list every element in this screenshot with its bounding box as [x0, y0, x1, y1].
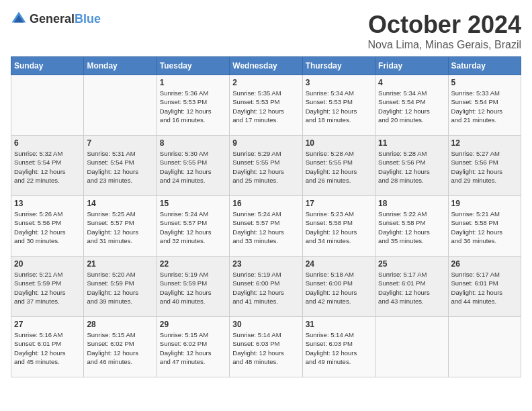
calendar-week-row: 13Sunrise: 5:26 AM Sunset: 5:56 PM Dayli…: [11, 196, 521, 257]
day-of-week-header: Sunday: [11, 57, 84, 75]
day-info: Sunrise: 5:14 AM Sunset: 6:03 PM Dayligh…: [232, 330, 299, 366]
day-number: 4: [378, 78, 445, 87]
calendar-cell: 25Sunrise: 5:17 AM Sunset: 6:01 PM Dayli…: [375, 257, 448, 317]
calendar-cell: 20Sunrise: 5:21 AM Sunset: 5:59 PM Dayli…: [11, 257, 84, 317]
month-title: October 2024: [367, 11, 521, 39]
day-info: Sunrise: 5:35 AM Sunset: 5:53 PM Dayligh…: [232, 89, 299, 124]
calendar-body: 1Sunrise: 5:36 AM Sunset: 5:53 PM Daylig…: [11, 75, 521, 377]
day-number: 15: [160, 199, 226, 208]
day-number: 26: [451, 259, 518, 269]
day-info: Sunrise: 5:15 AM Sunset: 6:02 PM Dayligh…: [160, 330, 226, 366]
page-header: GeneralBlue October 2024 Nova Lima, Mina…: [11, 11, 521, 51]
calendar-cell: 18Sunrise: 5:22 AM Sunset: 5:58 PM Dayli…: [375, 196, 448, 257]
calendar-cell: 28Sunrise: 5:15 AM Sunset: 6:02 PM Dayli…: [84, 317, 157, 377]
day-info: Sunrise: 5:20 AM Sunset: 5:59 PM Dayligh…: [87, 270, 153, 306]
calendar-cell: [448, 317, 521, 377]
calendar-cell: [375, 317, 448, 377]
day-number: 31: [306, 320, 372, 329]
day-info: Sunrise: 5:24 AM Sunset: 5:57 PM Dayligh…: [232, 210, 299, 245]
calendar-cell: 22Sunrise: 5:19 AM Sunset: 5:59 PM Dayli…: [157, 257, 229, 317]
day-number: 25: [378, 259, 445, 269]
calendar-cell: 9Sunrise: 5:29 AM Sunset: 5:55 PM Daylig…: [230, 136, 302, 196]
day-of-week-header: Saturday: [448, 57, 521, 75]
calendar-cell: 6Sunrise: 5:32 AM Sunset: 5:54 PM Daylig…: [11, 136, 84, 196]
calendar-cell: 5Sunrise: 5:33 AM Sunset: 5:54 PM Daylig…: [448, 75, 521, 136]
day-number: 2: [232, 78, 299, 87]
calendar-week-row: 20Sunrise: 5:21 AM Sunset: 5:59 PM Dayli…: [11, 257, 521, 317]
calendar-cell: 21Sunrise: 5:20 AM Sunset: 5:59 PM Dayli…: [84, 257, 157, 317]
day-number: 20: [14, 259, 81, 269]
day-info: Sunrise: 5:34 AM Sunset: 5:54 PM Dayligh…: [378, 89, 445, 124]
calendar-week-row: 27Sunrise: 5:16 AM Sunset: 6:01 PM Dayli…: [11, 317, 521, 377]
day-number: 17: [306, 199, 372, 208]
calendar-cell: 31Sunrise: 5:14 AM Sunset: 6:03 PM Dayli…: [302, 317, 375, 377]
day-info: Sunrise: 5:17 AM Sunset: 6:01 PM Dayligh…: [378, 270, 445, 306]
day-number: 5: [451, 78, 518, 87]
calendar-cell: 2Sunrise: 5:35 AM Sunset: 5:53 PM Daylig…: [230, 75, 302, 136]
day-info: Sunrise: 5:23 AM Sunset: 5:58 PM Dayligh…: [306, 210, 372, 245]
day-number: 12: [451, 138, 518, 148]
calendar-cell: 13Sunrise: 5:26 AM Sunset: 5:56 PM Dayli…: [11, 196, 84, 257]
logo-icon: [11, 11, 27, 27]
calendar-cell: 16Sunrise: 5:24 AM Sunset: 5:57 PM Dayli…: [230, 196, 302, 257]
day-info: Sunrise: 5:16 AM Sunset: 6:01 PM Dayligh…: [14, 330, 81, 366]
calendar-cell: 23Sunrise: 5:19 AM Sunset: 6:00 PM Dayli…: [230, 257, 302, 317]
calendar-cell: 3Sunrise: 5:34 AM Sunset: 5:53 PM Daylig…: [302, 75, 375, 136]
day-number: 11: [378, 138, 445, 148]
day-number: 14: [87, 199, 153, 208]
day-info: Sunrise: 5:22 AM Sunset: 5:58 PM Dayligh…: [378, 210, 445, 245]
calendar-cell: 30Sunrise: 5:14 AM Sunset: 6:03 PM Dayli…: [230, 317, 302, 377]
day-number: 8: [160, 138, 226, 148]
calendar-cell: 12Sunrise: 5:27 AM Sunset: 5:56 PM Dayli…: [448, 136, 521, 196]
day-number: 27: [14, 320, 81, 329]
day-info: Sunrise: 5:28 AM Sunset: 5:56 PM Dayligh…: [378, 149, 445, 185]
day-number: 19: [451, 199, 518, 208]
day-number: 21: [87, 259, 153, 269]
day-info: Sunrise: 5:28 AM Sunset: 5:55 PM Dayligh…: [306, 149, 372, 185]
day-info: Sunrise: 5:27 AM Sunset: 5:56 PM Dayligh…: [451, 149, 518, 185]
day-number: 7: [87, 138, 153, 148]
day-info: Sunrise: 5:21 AM Sunset: 5:59 PM Dayligh…: [14, 270, 81, 306]
calendar-cell: 14Sunrise: 5:25 AM Sunset: 5:57 PM Dayli…: [84, 196, 157, 257]
day-info: Sunrise: 5:26 AM Sunset: 5:56 PM Dayligh…: [14, 210, 81, 245]
day-number: 23: [232, 259, 299, 269]
day-info: Sunrise: 5:32 AM Sunset: 5:54 PM Dayligh…: [14, 149, 81, 185]
day-number: 13: [14, 199, 81, 208]
calendar-table: SundayMondayTuesdayWednesdayThursdayFrid…: [11, 56, 521, 377]
logo: GeneralBlue: [11, 11, 101, 27]
logo-general-text: General: [30, 12, 75, 26]
day-info: Sunrise: 5:25 AM Sunset: 5:57 PM Dayligh…: [87, 210, 153, 245]
calendar-cell: 17Sunrise: 5:23 AM Sunset: 5:58 PM Dayli…: [302, 196, 375, 257]
day-number: 1: [160, 78, 226, 87]
calendar-cell: 4Sunrise: 5:34 AM Sunset: 5:54 PM Daylig…: [375, 75, 448, 136]
day-info: Sunrise: 5:18 AM Sunset: 6:00 PM Dayligh…: [306, 270, 372, 306]
logo-blue-text: Blue: [75, 12, 101, 26]
day-info: Sunrise: 5:15 AM Sunset: 6:02 PM Dayligh…: [87, 330, 153, 366]
calendar-cell: 10Sunrise: 5:28 AM Sunset: 5:55 PM Dayli…: [302, 136, 375, 196]
day-info: Sunrise: 5:24 AM Sunset: 5:57 PM Dayligh…: [160, 210, 226, 245]
day-number: 30: [232, 320, 299, 329]
day-info: Sunrise: 5:19 AM Sunset: 6:00 PM Dayligh…: [232, 270, 299, 306]
day-of-week-header: Thursday: [302, 57, 375, 75]
calendar-week-row: 6Sunrise: 5:32 AM Sunset: 5:54 PM Daylig…: [11, 136, 521, 196]
calendar-cell: 26Sunrise: 5:17 AM Sunset: 6:01 PM Dayli…: [448, 257, 521, 317]
day-of-week-header: Wednesday: [230, 57, 302, 75]
day-number: 16: [232, 199, 299, 208]
day-info: Sunrise: 5:17 AM Sunset: 6:01 PM Dayligh…: [451, 270, 518, 306]
day-number: 29: [160, 320, 226, 329]
day-number: 6: [14, 138, 81, 148]
calendar-cell: 24Sunrise: 5:18 AM Sunset: 6:00 PM Dayli…: [302, 257, 375, 317]
day-info: Sunrise: 5:19 AM Sunset: 5:59 PM Dayligh…: [160, 270, 226, 306]
day-number: 9: [232, 138, 299, 148]
day-number: 24: [306, 259, 372, 269]
day-info: Sunrise: 5:36 AM Sunset: 5:53 PM Dayligh…: [160, 89, 226, 124]
calendar-cell: 27Sunrise: 5:16 AM Sunset: 6:01 PM Dayli…: [11, 317, 84, 377]
day-of-week-header: Tuesday: [157, 57, 229, 75]
day-info: Sunrise: 5:33 AM Sunset: 5:54 PM Dayligh…: [451, 89, 518, 124]
day-number: 28: [87, 320, 153, 329]
calendar-cell: 8Sunrise: 5:30 AM Sunset: 5:55 PM Daylig…: [157, 136, 229, 196]
calendar-cell: [84, 75, 157, 136]
day-info: Sunrise: 5:31 AM Sunset: 5:54 PM Dayligh…: [87, 149, 153, 185]
day-of-week-header: Friday: [375, 57, 448, 75]
day-number: 10: [306, 138, 372, 148]
